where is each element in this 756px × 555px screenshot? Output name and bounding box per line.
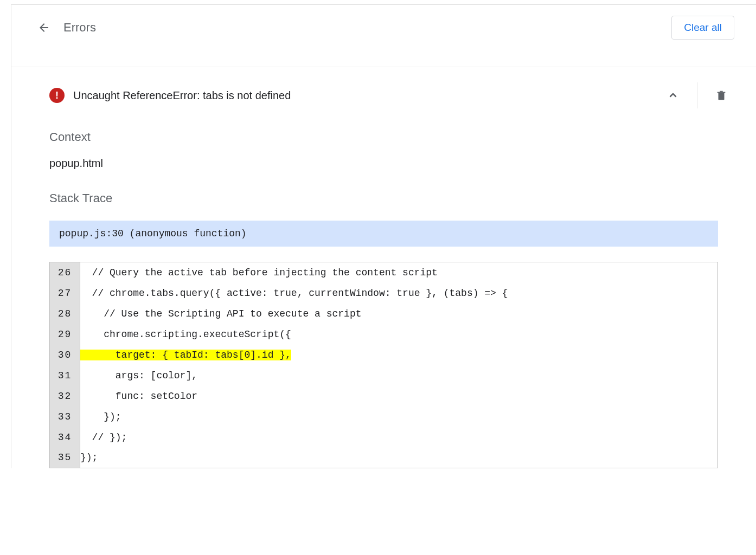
divider bbox=[11, 67, 756, 67]
code-snippet: 26 // Query the active tab before inject… bbox=[49, 262, 718, 468]
code-text: // chrome.tabs.query({ active: true, cur… bbox=[80, 283, 718, 304]
context-value: popup.html bbox=[49, 157, 718, 170]
code-line: 33 }); bbox=[50, 406, 718, 427]
code-line: 32 func: setColor bbox=[50, 386, 718, 406]
line-number: 31 bbox=[50, 365, 80, 386]
delete-icon[interactable] bbox=[708, 82, 734, 108]
context-heading: Context bbox=[49, 130, 718, 144]
stack-trace-heading: Stack Trace bbox=[49, 191, 718, 205]
page-title: Errors bbox=[63, 21, 96, 35]
line-number: 33 bbox=[50, 406, 80, 427]
code-line: 31 args: [color], bbox=[50, 365, 718, 386]
code-text: // Use the Scripting API to execute a sc… bbox=[80, 304, 718, 324]
code-text: target: { tabId: tabs[0].id }, bbox=[80, 345, 718, 365]
code-line: 26 // Query the active tab before inject… bbox=[50, 262, 718, 283]
code-text: }); bbox=[80, 448, 718, 468]
code-line: 35}); bbox=[50, 448, 718, 468]
code-text: // }); bbox=[80, 427, 718, 448]
back-arrow-icon[interactable] bbox=[37, 21, 50, 34]
stack-trace-location[interactable]: popup.js:30 (anonymous function) bbox=[49, 221, 718, 247]
line-number: 35 bbox=[50, 448, 80, 468]
error-row: Uncaught ReferenceError: tabs is not def… bbox=[11, 82, 756, 108]
action-divider bbox=[697, 82, 697, 108]
code-line: 27 // chrome.tabs.query({ active: true, … bbox=[50, 283, 718, 304]
code-line: 29 chrome.scripting.executeScript({ bbox=[50, 324, 718, 345]
code-text: args: [color], bbox=[80, 365, 718, 386]
code-text: // Query the active tab before injecting… bbox=[80, 262, 718, 283]
line-number: 34 bbox=[50, 427, 80, 448]
error-message: Uncaught ReferenceError: tabs is not def… bbox=[73, 89, 651, 102]
code-line: 30 target: { tabId: tabs[0].id }, bbox=[50, 345, 718, 365]
code-line: 34 // }); bbox=[50, 427, 718, 448]
collapse-icon[interactable] bbox=[660, 82, 686, 108]
line-number: 27 bbox=[50, 283, 80, 304]
line-number: 32 bbox=[50, 386, 80, 406]
errors-panel: Errors Clear all Uncaught ReferenceError… bbox=[11, 4, 756, 468]
line-number: 28 bbox=[50, 304, 80, 324]
header: Errors Clear all bbox=[11, 5, 756, 50]
code-line: 28 // Use the Scripting API to execute a… bbox=[50, 304, 718, 324]
error-actions bbox=[660, 82, 734, 108]
line-number: 29 bbox=[50, 324, 80, 345]
line-number: 30 bbox=[50, 345, 80, 365]
code-text: }); bbox=[80, 406, 718, 427]
error-details: Context popup.html Stack Trace popup.js:… bbox=[11, 108, 756, 468]
code-text: chrome.scripting.executeScript({ bbox=[80, 324, 718, 345]
line-number: 26 bbox=[50, 262, 80, 283]
header-left: Errors bbox=[37, 21, 96, 35]
code-text: func: setColor bbox=[80, 386, 718, 406]
clear-all-button[interactable]: Clear all bbox=[671, 16, 734, 40]
error-icon bbox=[49, 88, 65, 103]
